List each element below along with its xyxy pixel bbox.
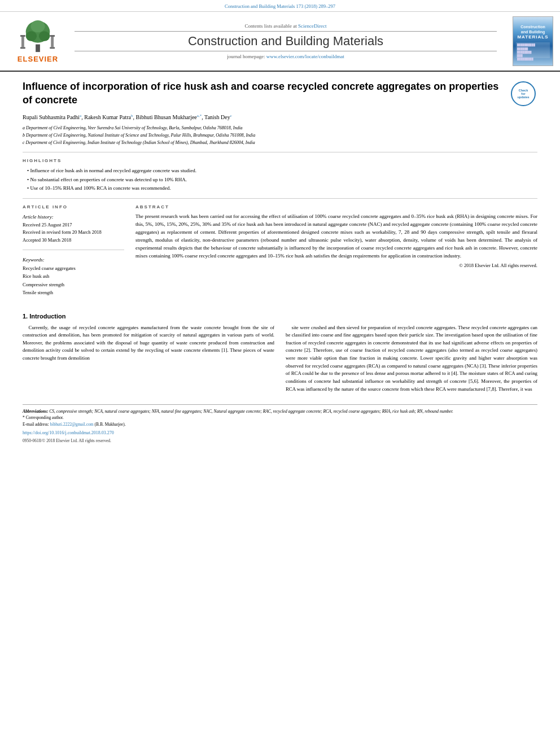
page-wrapper: Construction and Building Materials 173 … <box>0 0 560 452</box>
header-divider-bottom <box>75 51 497 51</box>
keywords-label: Keywords: <box>23 256 124 264</box>
authors-line: Rupali Subhasmita Padhia, Rakesh Kumar P… <box>23 113 502 121</box>
keyword-1: Recycled coarse aggregates <box>23 264 124 272</box>
check-updates-badge-area: Checkforupdates <box>509 80 537 108</box>
cover-content-preview: ████████████████████████████████████ <box>516 42 550 58</box>
journal-top-line: Construction and Building Materials 173 … <box>0 0 560 12</box>
intro-right-col: site were crushed and then sieved for pr… <box>286 324 537 397</box>
highlight-item-2: No substantial effect on properties of c… <box>27 176 537 184</box>
svg-rect-9 <box>20 47 25 49</box>
check-for-text: Checkforupdates <box>517 89 529 99</box>
abbreviations-text: Abbreviations: CS, compressive strength;… <box>23 408 537 414</box>
highlights-label: HIGHLIGHTS <box>23 158 537 163</box>
abbreviations-content: CS, compressive strength; NCA, natural c… <box>49 409 453 414</box>
intro-left-para1: Currently, the usage of recycled concret… <box>23 324 274 362</box>
svg-point-2 <box>26 31 37 41</box>
article-info-col: ARTICLE INFO Article history: Received 2… <box>23 204 124 301</box>
abstract-copyright: © 2018 Elsevier Ltd. All rights reserved… <box>135 263 537 268</box>
highlight-item-1: Influence of rice husk ash in normal and… <box>27 167 537 175</box>
affiliation-a: a Department of Civil Engineering, Veer … <box>23 125 502 132</box>
doi-line: https://doi.org/10.1016/j.conbuildmat.20… <box>23 430 537 436</box>
abstract-col: ABSTRACT The present research work has b… <box>135 204 537 301</box>
highlights-list: Influence of rice husk ash in normal and… <box>23 167 537 193</box>
highlights-divider <box>23 152 537 152</box>
copyright-footer: 0950-0618/© 2018 Elsevier Ltd. All right… <box>23 438 537 444</box>
highlights-section: HIGHLIGHTS Influence of rice husk ash in… <box>23 158 537 193</box>
article-title: Influence of incorporation of rice husk … <box>23 80 502 107</box>
svg-point-4 <box>30 20 45 32</box>
sciencedirect-link[interactable]: ScienceDirect <box>298 23 326 29</box>
journal-cover-image: Constructionand BuildingMATERIALS ██████… <box>513 16 553 66</box>
keyword-3: Compressive strength <box>23 281 124 289</box>
svg-rect-0 <box>36 44 40 52</box>
article-title-area: Influence of incorporation of rice husk … <box>23 80 502 146</box>
highlight-item-3: Use of 10–15% RHA and 100% RCA in concre… <box>27 184 537 193</box>
header-divider-top <box>75 31 497 32</box>
footnote-section: Abbreviations: CS, compressive strength;… <box>23 404 537 444</box>
check-updates-badge: Checkforupdates <box>511 81 536 106</box>
cover-title-text: Constructionand BuildingMATERIALS <box>517 24 548 41</box>
article-info-abstract-section: ARTICLE INFO Article history: Received 2… <box>23 204 537 301</box>
homepage-url[interactable]: www.elsevier.com/locate/conbuildmat <box>266 54 344 59</box>
header-center: Contents lists available at ScienceDirec… <box>69 23 502 59</box>
abstract-label: ABSTRACT <box>135 204 537 209</box>
svg-rect-10 <box>50 47 55 49</box>
affiliation-b: b Department of Civil Engineering, Natio… <box>23 132 502 139</box>
history-label: Article history: <box>23 213 124 221</box>
sciencedirect-line: Contents lists available at ScienceDirec… <box>75 23 497 29</box>
elsevier-tree-icon <box>15 20 60 54</box>
svg-rect-7 <box>20 35 25 37</box>
elsevier-logo: ELSEVIER <box>7 20 69 63</box>
article-info-label: ARTICLE INFO <box>23 204 124 209</box>
email-link[interactable]: bibhuti.2222@gmail.com <box>50 422 94 427</box>
abbreviations-label: Abbreviations: <box>23 409 48 414</box>
elsevier-brand-label: ELSEVIER <box>18 55 58 63</box>
svg-rect-5 <box>21 36 24 47</box>
svg-point-3 <box>39 31 50 41</box>
received-date: Received 25 August 2017 <box>23 221 124 229</box>
doi-link[interactable]: https://doi.org/10.1016/j.conbuildmat.20… <box>23 430 114 435</box>
article-info-divider <box>23 198 537 199</box>
keyword-2: Rice husk ash <box>23 272 124 280</box>
svg-rect-6 <box>51 36 54 47</box>
keyword-4: Tensile strength <box>23 289 124 296</box>
keywords-divider <box>23 250 124 250</box>
email-name: (B.B. Mukharjee). <box>95 422 126 427</box>
accepted-date: Accepted 30 March 2018 <box>23 237 124 244</box>
journal-cover-area: Constructionand BuildingMATERIALS ██████… <box>502 16 553 66</box>
header-section: ELSEVIER Contents lists available at Sci… <box>0 12 560 72</box>
introduction-section: 1. Introduction Currently, the usage of … <box>23 313 537 397</box>
keywords-group: Keywords: Recycled coarse aggregates Ric… <box>23 256 124 296</box>
journal-title: Construction and Building Materials <box>75 34 497 49</box>
revised-date: Received in revised form 20 March 2018 <box>23 229 124 237</box>
introduction-body: Currently, the usage of recycled concret… <box>23 324 537 397</box>
article-history: Article history: Received 25 August 2017… <box>23 213 124 296</box>
keywords-list: Recycled coarse aggregates Rice husk ash… <box>23 264 124 297</box>
homepage-line: journal homepage: www.elsevier.com/locat… <box>75 54 497 59</box>
corresponding-author-note: * Corresponding author. <box>23 414 537 421</box>
abstract-text: The present research work has been carri… <box>135 213 537 260</box>
affiliations: a Department of Civil Engineering, Veer … <box>23 125 502 146</box>
email-line: E-mail address: bibhuti.2222@gmail.com (… <box>23 421 537 427</box>
introduction-title: 1. Introduction <box>23 313 537 320</box>
affiliation-c: c Department of Civil Engineering, India… <box>23 139 502 147</box>
article-history-group: Article history: Received 25 August 2017… <box>23 213 124 244</box>
main-content: Influence of incorporation of rice husk … <box>0 72 560 452</box>
elsevier-logo-area: ELSEVIER <box>7 20 69 63</box>
journal-citation: Construction and Building Materials 173 … <box>225 3 335 9</box>
svg-rect-8 <box>50 35 55 37</box>
email-label: E-mail address: <box>23 422 49 427</box>
intro-left-col: Currently, the usage of recycled concret… <box>23 324 274 397</box>
article-title-section: Influence of incorporation of rice husk … <box>23 80 537 146</box>
intro-right-para1: site were crushed and then sieved for pr… <box>286 324 537 394</box>
